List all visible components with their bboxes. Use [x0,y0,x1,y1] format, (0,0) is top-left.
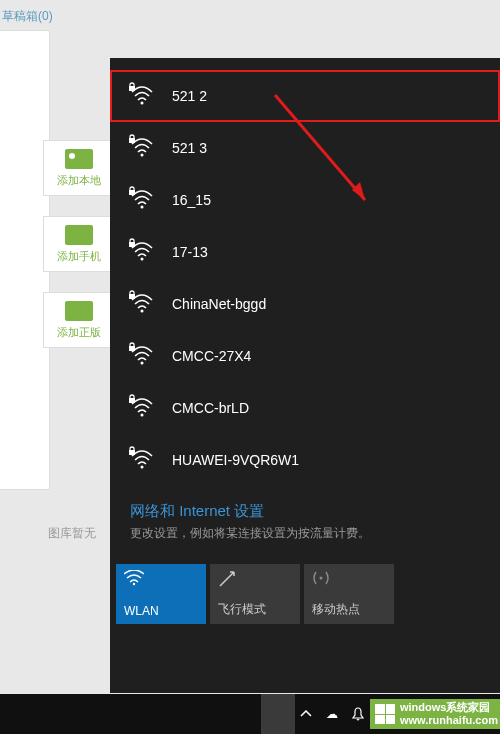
hotspot-label: 移动热点 [312,601,386,618]
airplane-tile[interactable]: 飞行模式 [210,564,300,624]
wifi-item[interactable]: 17-13 [110,226,500,278]
wifi-ssid: 17-13 [172,244,208,260]
wifi-secured-icon [130,240,154,264]
svg-point-6 [141,258,144,261]
svg-point-4 [141,206,144,209]
side-buttons: 添加本地 添加手机 添加正版 [43,140,115,368]
wifi-ssid: HUAWEI-9VQR6W1 [172,452,299,468]
cloud-icon[interactable]: ☁ [324,706,340,722]
svg-point-2 [141,154,144,157]
airplane-icon [218,570,292,590]
wifi-icon [124,570,198,590]
svg-rect-1 [129,86,135,91]
svg-point-14 [141,466,144,469]
svg-rect-15 [129,450,135,455]
svg-point-12 [141,414,144,417]
wifi-secured-icon [130,448,154,472]
wifi-item[interactable]: ChinaNet-bggd [110,278,500,330]
bell-icon[interactable] [350,706,366,722]
add-genuine-button[interactable]: 添加正版 [43,292,115,348]
svg-point-17 [320,577,323,580]
gallery-empty-label: 图库暂无 [48,525,96,542]
watermark-line2: www.runhaifu.com [400,714,498,726]
wifi-item[interactable]: CMCC-brLD [110,382,500,434]
airplane-label: 飞行模式 [218,601,292,618]
wifi-ssid: CMCC-27X4 [172,348,251,364]
network-settings-sub: 更改设置，例如将某连接设置为按流量计费。 [130,525,480,542]
hotspot-tile[interactable]: 移动热点 [304,564,394,624]
image-icon [65,149,93,169]
svg-point-0 [141,102,144,105]
wifi-ssid: 521 3 [172,140,207,156]
wifi-secured-icon [130,344,154,368]
wifi-ssid: 16_15 [172,192,211,208]
add-local-button[interactable]: 添加本地 [43,140,115,196]
svg-point-10 [141,362,144,365]
svg-rect-11 [129,346,135,351]
active-task-highlight [261,694,295,734]
wifi-item[interactable]: 16_15 [110,174,500,226]
add-genuine-label: 添加正版 [57,325,101,340]
phone-icon [65,225,93,245]
watermark: windows系统家园 www.runhaifu.com [370,699,500,729]
wifi-item[interactable]: 521 3 [110,122,500,174]
wifi-secured-icon [130,84,154,108]
svg-rect-3 [129,138,135,143]
action-tiles: WLAN 飞行模式 移动热点 [110,564,500,624]
wifi-list: 521 2521 316_1517-13ChinaNet-bggdCMCC-27… [110,58,500,486]
svg-rect-7 [129,242,135,247]
windows-logo-icon [375,704,395,724]
wifi-secured-icon [130,136,154,160]
watermark-line1: windows系统家园 [400,701,490,713]
wifi-flyout: 521 2521 316_1517-13ChinaNet-bggdCMCC-27… [110,58,500,693]
svg-rect-5 [129,190,135,195]
svg-rect-9 [129,294,135,299]
drafts-label[interactable]: 草稿箱(0) [2,8,53,25]
wlan-label: WLAN [124,604,198,618]
wifi-ssid: 521 2 [172,88,207,104]
svg-rect-13 [129,398,135,403]
tray-chevron-icon[interactable] [298,706,314,722]
wlan-tile[interactable]: WLAN [116,564,206,624]
add-local-label: 添加本地 [57,173,101,188]
wifi-secured-icon [130,292,154,316]
wifi-item[interactable]: 521 2 [110,70,500,122]
svg-point-8 [141,310,144,313]
wifi-secured-icon [130,396,154,420]
wifi-secured-icon [130,188,154,212]
wifi-item[interactable]: HUAWEI-9VQR6W1 [110,434,500,486]
wifi-item[interactable]: CMCC-27X4 [110,330,500,382]
svg-point-16 [133,583,135,585]
wifi-ssid: ChinaNet-bggd [172,296,266,312]
hotspot-icon [312,570,386,590]
add-phone-button[interactable]: 添加手机 [43,216,115,272]
genuine-icon [65,301,93,321]
add-phone-label: 添加手机 [57,249,101,264]
network-settings-title: 网络和 Internet 设置 [130,502,480,521]
network-settings-link[interactable]: 网络和 Internet 设置 更改设置，例如将某连接设置为按流量计费。 [110,494,500,556]
wifi-ssid: CMCC-brLD [172,400,249,416]
